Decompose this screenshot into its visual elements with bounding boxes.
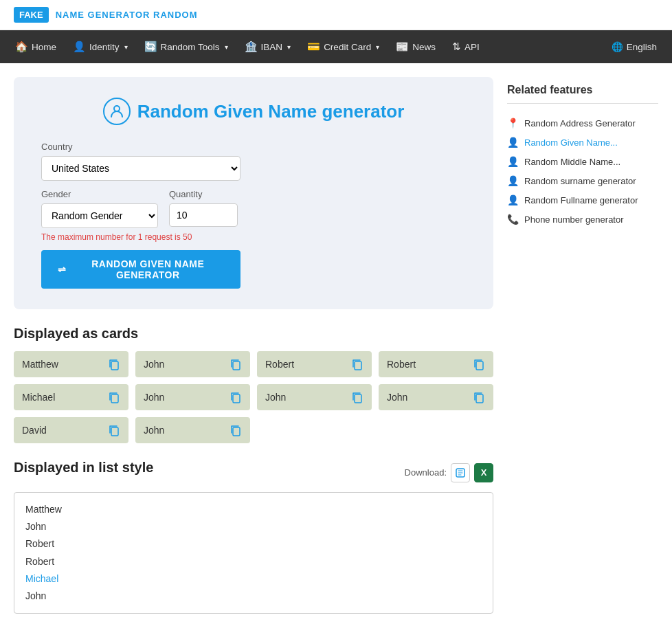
- card-name: Robert: [387, 359, 416, 370]
- list-item: John: [25, 588, 482, 605]
- copy-icon[interactable]: [229, 391, 242, 403]
- left-content: Random Given Name generator Country Unit…: [14, 77, 493, 614]
- sidebar-title: Related features: [507, 84, 658, 104]
- nav-api[interactable]: ⇅ API: [444, 30, 488, 63]
- site-title: NAME GENERATOR RANDOM: [56, 10, 198, 20]
- sidebar-link-icon: 📍: [507, 118, 519, 129]
- globe-icon: 🌐: [612, 41, 623, 52]
- random-tools-icon: 🔄: [144, 41, 157, 53]
- nav-random-tools[interactable]: 🔄 Random Tools ▾: [136, 30, 236, 63]
- download-label: Download:: [405, 467, 447, 478]
- list-section-title: Displayed in list style: [14, 460, 153, 476]
- name-card: Robert: [257, 351, 372, 377]
- copy-icon[interactable]: [229, 424, 242, 436]
- identity-icon: 👤: [73, 41, 86, 53]
- nav-identity[interactable]: 👤 Identity ▾: [65, 30, 136, 63]
- svg-rect-3: [355, 361, 361, 370]
- copy-icon[interactable]: [108, 424, 120, 436]
- copy-icon[interactable]: [351, 358, 363, 370]
- card-name: David: [22, 425, 47, 436]
- quantity-input[interactable]: [169, 203, 238, 227]
- download-text-button[interactable]: [451, 463, 470, 482]
- quantity-group: Quantity: [169, 189, 238, 228]
- copy-icon[interactable]: [108, 358, 120, 370]
- sidebar-link[interactable]: 📞 Phone number generator: [507, 210, 658, 229]
- sidebar-link-label: Random Middle Name...: [524, 157, 620, 167]
- api-icon: ⇅: [452, 41, 461, 53]
- card-name: John: [387, 392, 407, 403]
- name-card: Robert: [379, 351, 493, 377]
- sidebar-link-icon: 👤: [507, 137, 519, 148]
- chevron-down-icon: ▾: [124, 43, 128, 51]
- nav-home[interactable]: 🏠 Home: [7, 30, 65, 63]
- svg-rect-2: [233, 361, 240, 370]
- nav-credit-card[interactable]: 💳 Credit Card ▾: [299, 30, 388, 63]
- list-item: Robert: [25, 535, 482, 553]
- sidebar-link-label: Random Given Name...: [524, 137, 618, 148]
- sidebar-link-icon: 👤: [507, 175, 519, 186]
- card-name: Robert: [265, 359, 294, 370]
- sidebar-link[interactable]: 👤 Random Fullname generator: [507, 190, 658, 210]
- top-bar: FAKE NAME GENERATOR RANDOM: [0, 0, 672, 30]
- country-label: Country: [41, 142, 466, 152]
- nav-iban[interactable]: 🏦 IBAN ▾: [236, 30, 300, 63]
- name-card: John: [135, 384, 250, 410]
- credit-card-icon: 💳: [307, 41, 320, 53]
- card-name: Matthew: [22, 359, 58, 370]
- svg-rect-6: [233, 394, 240, 403]
- sidebar-link-label: Random Address Generator: [524, 118, 636, 129]
- country-select[interactable]: United States United Kingdom France Germ…: [41, 156, 240, 181]
- chevron-down-icon: ▾: [225, 43, 228, 51]
- quantity-label: Quantity: [169, 189, 238, 199]
- svg-rect-1: [111, 361, 118, 370]
- card-name: John: [144, 359, 164, 370]
- main-nav: 🏠 Home 👤 Identity ▾ 🔄 Random Tools ▾ 🏦 I…: [0, 30, 672, 63]
- list-box: MatthewJohnRobertRobertMichaelJohn: [14, 492, 493, 614]
- sidebar-link-icon: 👤: [507, 194, 519, 205]
- logo-fake: FAKE: [14, 7, 49, 23]
- list-item: Matthew: [25, 501, 482, 518]
- sidebar-link-icon: 📞: [507, 214, 519, 225]
- gender-select[interactable]: Random Gender Male Female: [41, 203, 158, 228]
- gender-group: Gender Random Gender Male Female: [41, 189, 158, 228]
- generate-icon: ⇌: [58, 264, 67, 275]
- sidebar-link[interactable]: 👤 Random surname generator: [507, 171, 658, 190]
- copy-icon[interactable]: [473, 358, 485, 370]
- list-item: John: [25, 518, 482, 535]
- sidebar-link-label: Random surname generator: [524, 176, 636, 186]
- chevron-down-icon: ▾: [287, 43, 291, 51]
- card-name: Michael: [22, 392, 55, 403]
- language-selector[interactable]: 🌐 English: [603, 41, 665, 52]
- sidebar-link[interactable]: 👤 Random Given Name...: [507, 133, 658, 152]
- name-card: Matthew: [14, 351, 128, 377]
- copy-icon[interactable]: [229, 358, 242, 370]
- sidebar-link[interactable]: 📍 Random Address Generator: [507, 113, 658, 133]
- download-area: Download: X: [405, 463, 493, 482]
- copy-icon[interactable]: [473, 391, 485, 403]
- card-name: John: [144, 425, 164, 436]
- home-icon: 🏠: [15, 41, 28, 53]
- name-card: John: [379, 384, 493, 410]
- copy-icon[interactable]: [351, 391, 363, 403]
- sidebar-links: 📍 Random Address Generator 👤 Random Give…: [507, 113, 658, 229]
- nav-news[interactable]: 📰 News: [388, 30, 444, 63]
- generator-card: Random Given Name generator Country Unit…: [14, 77, 493, 309]
- list-item: Robert: [25, 553, 482, 570]
- list-section-header: Displayed in list style Download: X: [14, 460, 493, 485]
- country-group: Country United States United Kingdom Fra…: [41, 142, 466, 181]
- chevron-down-icon: ▾: [376, 43, 379, 51]
- cards-grid: Matthew John Robert Robert: [14, 351, 493, 443]
- download-excel-button[interactable]: X: [474, 463, 493, 482]
- card-name: John: [144, 392, 164, 403]
- name-card: John: [135, 351, 250, 377]
- copy-icon[interactable]: [108, 391, 120, 403]
- svg-rect-5: [111, 394, 118, 403]
- main-container: Random Given Name generator Country Unit…: [0, 63, 672, 627]
- right-sidebar: Related features 📍 Random Address Genera…: [507, 77, 658, 614]
- sidebar-link-icon: 👤: [507, 156, 519, 167]
- svg-rect-4: [476, 361, 483, 370]
- generate-button[interactable]: ⇌ RANDOM GIVEN NAME GENERATOR: [41, 250, 240, 289]
- sidebar-link-label: Random Fullname generator: [524, 195, 638, 205]
- sidebar-link[interactable]: 👤 Random Middle Name...: [507, 152, 658, 171]
- name-card: John: [135, 417, 250, 443]
